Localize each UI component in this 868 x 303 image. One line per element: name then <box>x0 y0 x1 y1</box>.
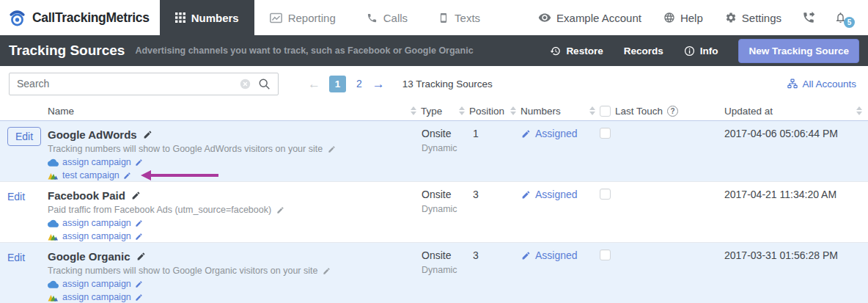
accounts-hierarchy-icon <box>787 79 798 89</box>
page-2-button[interactable]: 2 <box>355 78 364 90</box>
test-campaign-link[interactable]: test campaign <box>62 170 119 180</box>
help-label: Help <box>680 12 703 24</box>
edit-pencil-icon[interactable] <box>136 252 146 261</box>
edit-pencil-icon[interactable] <box>135 158 143 167</box>
tracking-sources-table: Name Type Position Numbers Last Touch ? … <box>0 101 868 303</box>
help-menu[interactable]: Help <box>652 12 714 24</box>
campaign-chart-icon <box>48 293 59 302</box>
table-row: Edit Facebook Paid Paid traffic from Fac… <box>0 182 868 243</box>
edit-pencil-icon[interactable] <box>123 172 131 180</box>
select-all-checkbox[interactable] <box>600 106 611 117</box>
table-header: Name Type Position Numbers Last Touch ? … <box>0 101 868 121</box>
next-page-icon[interactable]: → <box>372 78 385 90</box>
info-button[interactable]: Info <box>684 45 718 56</box>
assigned-label: Assigned <box>535 189 578 200</box>
source-description: Tracking numbers will show to Google AdW… <box>48 144 323 154</box>
edit-pencil-icon[interactable] <box>135 219 143 227</box>
sort-icon[interactable] <box>411 106 416 115</box>
new-tracking-source-button[interactable]: New Tracking Source <box>738 39 859 63</box>
help-tooltip-icon[interactable]: ? <box>667 106 678 117</box>
assign-campaign-link[interactable]: assign campaign <box>62 292 131 302</box>
position-cell: 1 <box>459 121 510 139</box>
brand-name: CallTrackingMetrics <box>32 10 150 26</box>
edit-link[interactable]: Edit <box>7 188 25 202</box>
assigned-link[interactable]: Assigned <box>521 189 578 200</box>
assign-campaign-link[interactable]: assign campaign <box>62 231 131 241</box>
header-numbers-label: Numbers <box>521 106 561 117</box>
restore-label: Restore <box>566 45 603 56</box>
sort-icon[interactable] <box>459 106 465 115</box>
header-type-label: Type <box>421 106 442 117</box>
salesforce-cloud-icon <box>48 219 59 227</box>
phone-forward-icon <box>802 11 815 24</box>
last-touch-checkbox[interactable] <box>600 249 611 260</box>
main-tabs: Numbers Reporting Calls <box>160 0 496 35</box>
assign-campaign-link[interactable]: assign campaign <box>62 157 131 167</box>
eye-icon <box>538 12 551 23</box>
header-last-touch: Last Touch ? <box>589 106 710 117</box>
tab-label: Reporting <box>288 12 336 24</box>
table-row: Edit Google Organic Tracking numbers wil… <box>0 243 868 303</box>
search-icon[interactable] <box>258 78 271 90</box>
info-label: Info <box>700 45 718 56</box>
assigned-link[interactable]: Assigned <box>521 128 578 139</box>
edit-button[interactable]: Edit <box>7 127 41 146</box>
edit-pencil-icon <box>521 251 531 260</box>
restore-button[interactable]: Restore <box>550 45 603 56</box>
header-name-label: Name <box>48 106 74 117</box>
type-value: Onsite <box>422 249 459 261</box>
edit-link[interactable]: Edit <box>7 249 25 263</box>
grid-icon <box>175 12 185 23</box>
source-name: Google Organic <box>48 250 130 263</box>
tab-calls[interactable]: Calls <box>351 0 423 35</box>
sort-icon[interactable] <box>589 106 595 115</box>
edit-pencil-icon[interactable] <box>276 206 284 214</box>
updated-at-cell: 2017-04-21 11:34:20 AM <box>710 182 868 200</box>
notifications-button[interactable]: 5 <box>825 11 856 24</box>
edit-pencil-icon[interactable] <box>135 293 143 302</box>
edit-pencil-icon[interactable] <box>135 280 143 288</box>
edit-pencil-icon[interactable] <box>143 130 152 139</box>
example-account-menu[interactable]: Example Account <box>527 12 652 24</box>
edit-pencil-icon[interactable] <box>135 233 143 241</box>
last-touch-cell <box>589 121 710 142</box>
last-touch-checkbox[interactable] <box>600 189 611 200</box>
info-icon <box>684 45 695 56</box>
tab-reporting[interactable]: Reporting <box>254 0 351 35</box>
edit-pencil-icon[interactable] <box>131 191 141 200</box>
assign-campaign-link[interactable]: assign campaign <box>62 218 131 228</box>
last-touch-checkbox[interactable] <box>600 128 611 139</box>
position-cell: 3 <box>459 182 510 200</box>
page-header: Tracking Sources Advertising channels yo… <box>0 35 868 66</box>
edit-pencil-icon <box>521 190 531 200</box>
updated-at-cell: 2017-03-31 01:56:28 PM <box>710 243 868 261</box>
sort-icon[interactable] <box>510 106 516 115</box>
settings-menu[interactable]: Settings <box>714 12 792 24</box>
all-accounts-link[interactable]: All Accounts <box>787 79 859 90</box>
edit-pencil-icon[interactable] <box>328 145 336 153</box>
search-input[interactable] <box>9 73 279 95</box>
type-value: Onsite <box>422 189 459 200</box>
prev-page-icon[interactable]: ← <box>308 78 320 90</box>
tab-label: Numbers <box>191 12 239 24</box>
salesforce-cloud-icon <box>48 158 59 167</box>
records-button[interactable]: Records <box>624 45 663 56</box>
calltrackingmetrics-logo-icon <box>7 8 27 28</box>
header-updated-at-label: Updated at <box>724 106 773 117</box>
brand-logo[interactable]: CallTrackingMetrics <box>0 0 160 35</box>
sort-icon[interactable] <box>856 106 862 115</box>
assign-campaign-link[interactable]: assign campaign <box>62 279 131 289</box>
phone-icon <box>367 12 378 23</box>
type-subvalue: Dynamic <box>422 143 459 153</box>
page-1-button[interactable]: 1 <box>329 76 346 92</box>
search-box <box>9 73 279 95</box>
softphone-button[interactable] <box>792 11 825 24</box>
type-subvalue: Dynamic <box>422 204 459 214</box>
assigned-link[interactable]: Assigned <box>521 249 578 261</box>
edit-pencil-icon[interactable] <box>323 267 331 275</box>
clear-search-icon[interactable] <box>240 79 251 90</box>
tab-texts[interactable]: Texts <box>423 0 496 35</box>
tab-numbers[interactable]: Numbers <box>160 0 254 35</box>
edit-cell: Edit <box>0 121 41 146</box>
type-subvalue: Dynamic <box>422 265 459 275</box>
